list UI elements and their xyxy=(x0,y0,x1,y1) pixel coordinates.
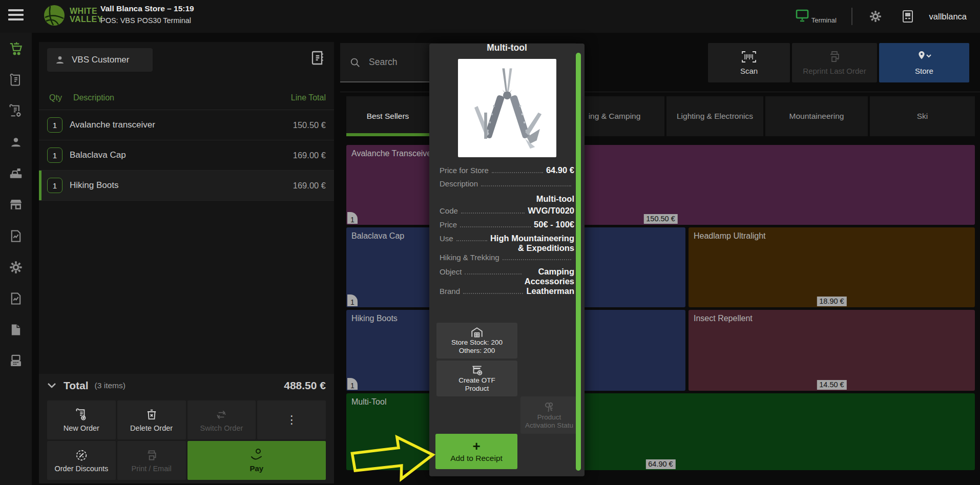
sidebar-item-customers-icon[interactable] xyxy=(0,126,32,158)
barcode-scan-icon xyxy=(741,50,757,64)
store-selector-button[interactable]: Store xyxy=(879,43,969,82)
switch-order-button[interactable]: Switch Order xyxy=(187,400,256,439)
field-label: Price xyxy=(440,220,457,229)
delete-order-label: Delete Order xyxy=(130,424,173,432)
field-row: Price 50€ - 100€ xyxy=(440,220,574,234)
terminal-label: Terminal xyxy=(811,16,837,24)
sidebar-item-store-icon[interactable] xyxy=(0,189,32,220)
reprint-last-order-button[interactable]: Reprint Last Order xyxy=(792,43,877,82)
customer-button[interactable]: VBS Customer xyxy=(47,48,153,72)
field-label: Object xyxy=(440,267,462,276)
tab-ski[interactable]: Ski xyxy=(870,96,975,136)
qty-badge: 1 xyxy=(47,147,62,163)
store-stock-button[interactable]: Store Stock: 200 Others: 200 xyxy=(436,323,517,359)
popup-title: Multi-tool xyxy=(487,44,527,53)
total-row[interactable]: Total (3 items) 488.50 € xyxy=(39,374,334,397)
tile-name: Balaclava Cap xyxy=(351,231,404,241)
key-icon xyxy=(543,401,555,413)
tile-qty-badge: 1 xyxy=(347,378,358,390)
new-order-label: New Order xyxy=(64,424,99,432)
activation-line1: Product xyxy=(537,413,561,421)
product-fields: Price for Store 64.90 € Description Mult… xyxy=(440,165,574,300)
field-row: Code WVG/T0020 xyxy=(440,206,574,220)
switch-order-icon xyxy=(215,408,228,421)
field-row: Brand Leatherman xyxy=(440,286,574,300)
tab-lighting-electronics[interactable]: Lighting & Electronics xyxy=(666,96,763,136)
field-value: 64.90 € xyxy=(546,165,574,175)
self-checkout-icon[interactable] xyxy=(901,9,915,24)
dotted-leader xyxy=(481,185,571,186)
field-value: Leatherman xyxy=(526,286,574,296)
sidebar-item-document-icon[interactable] xyxy=(0,314,32,345)
more-actions-button[interactable]: ⋮ xyxy=(257,400,326,439)
activation-line2: Activation Statu xyxy=(525,421,573,430)
field-label: Use xyxy=(440,234,453,243)
order-discounts-button[interactable]: Order Discounts xyxy=(47,441,116,480)
order-line[interactable]: 1 Balaclava Cap 169.00 € xyxy=(39,140,334,171)
total-label: Total xyxy=(64,379,89,392)
field-label: Description xyxy=(440,179,478,188)
dotted-leader xyxy=(465,273,521,275)
dotted-leader xyxy=(456,240,487,241)
plus-icon: + xyxy=(472,440,480,452)
reprint-printer-icon xyxy=(827,50,842,64)
hamburger-menu-icon[interactable] xyxy=(8,9,26,23)
discount-icon xyxy=(75,449,88,462)
order-actions: New Order Delete Order Switch Order ⋮ xyxy=(47,400,326,480)
product-activation-status-button[interactable]: Product Activation Statu xyxy=(520,396,578,434)
tile-name: Headlamp Ultralight xyxy=(694,231,766,241)
sidebar-item-report-2-icon[interactable] xyxy=(0,283,32,314)
print-email-button[interactable]: Print / Email xyxy=(117,441,186,480)
create-otf-product-button[interactable]: Create OTF Product xyxy=(436,361,517,396)
sidebar-item-order-settings-icon[interactable] xyxy=(0,95,32,126)
order-columns-header: Qty Description Line Total xyxy=(39,86,334,110)
order-line[interactable]: 1 Avalanche transceiver 150.50 € xyxy=(39,110,334,140)
settings-gear-icon[interactable] xyxy=(869,10,882,23)
field-row: Price for Store 64.90 € xyxy=(440,165,574,179)
col-line-total: Line Total xyxy=(291,93,326,102)
popup-scrollbar[interactable] xyxy=(576,53,581,471)
tile-price: 64.90 € xyxy=(645,459,675,469)
add-to-receipt-label: Add to Receipt xyxy=(450,454,503,463)
switch-order-label: Switch Order xyxy=(200,424,243,432)
line-name: Avalanche transceiver xyxy=(70,120,155,130)
order-lines: 1 Avalanche transceiver 150.50 € 1 Balac… xyxy=(39,110,334,201)
customer-icon xyxy=(54,54,66,66)
new-order-button[interactable]: New Order xyxy=(47,400,116,439)
sidebar-item-orders-icon[interactable] xyxy=(0,64,32,95)
tile-price: 150.50 € xyxy=(643,214,677,224)
scan-button[interactable]: Scan xyxy=(708,43,790,82)
customer-list-icon[interactable] xyxy=(309,49,326,67)
field-label: Code xyxy=(440,206,458,215)
tab-best-sellers[interactable]: Best Sellers xyxy=(346,96,429,136)
tab-mountaineering[interactable]: Mountaineering xyxy=(765,96,868,136)
sidebar-item-cash-register-icon[interactable] xyxy=(0,158,32,189)
add-to-receipt-button[interactable]: + Add to Receipt xyxy=(435,434,517,469)
delete-order-button[interactable]: Delete Order xyxy=(117,400,186,439)
line-name: Balaclava Cap xyxy=(70,150,126,160)
product-image xyxy=(458,59,556,157)
pay-button[interactable]: Pay xyxy=(187,441,326,480)
store-stock-line2: Others: 200 xyxy=(459,347,495,355)
tile-name: Multi-Tool xyxy=(351,397,386,407)
product-tile-headlamp-ultralight[interactable]: Headlamp Ultralight 18.90 € xyxy=(689,227,975,307)
qty-badge: 1 xyxy=(47,178,62,193)
tile-qty-badge: 1 xyxy=(347,212,358,224)
terminal-status[interactable]: Terminal xyxy=(788,9,844,24)
user-menu[interactable]: vallblanca xyxy=(929,12,967,22)
field-value: Multi-tool xyxy=(440,194,574,204)
sidebar-item-cart-icon[interactable] xyxy=(0,33,32,64)
sidebar-item-terminal-device-icon[interactable] xyxy=(0,345,32,376)
pay-label: Pay xyxy=(249,464,263,473)
sidebar-item-settings-icon[interactable] xyxy=(0,251,32,283)
location-pin-icon xyxy=(914,50,934,64)
top-bar: WHITE VALLEY Vall Blanca Store – 15:19 P… xyxy=(0,0,980,33)
product-tile-insect-repellent[interactable]: Insect Repellent 14.50 € xyxy=(689,310,975,391)
field-label: Price for Store xyxy=(440,166,489,175)
field-label: Brand xyxy=(440,287,460,296)
print-email-label: Print / Email xyxy=(132,465,172,473)
sidebar-item-report-icon[interactable] xyxy=(0,220,32,251)
tile-price: 14.50 € xyxy=(817,380,846,390)
order-line-selected[interactable]: 1 Hiking Boots 169.00 € xyxy=(39,171,334,201)
store-stock-line1: Store Stock: 200 xyxy=(451,339,503,347)
